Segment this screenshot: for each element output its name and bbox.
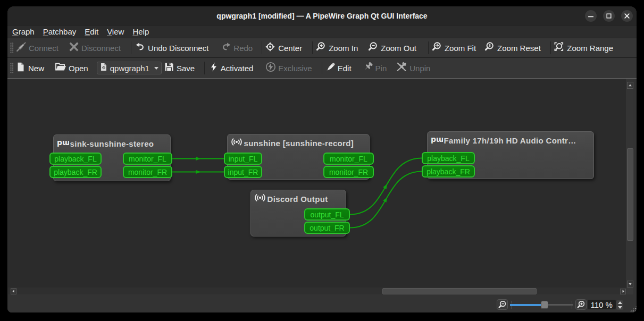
titlebar[interactable]: qpwgraph1 [modified] — A PipeWire Graph … — [7, 6, 637, 26]
graph-canvas[interactable]: pɯsink-sunshine-stereoplayback_FLplaybac… — [8, 79, 626, 288]
patchbay-file-icon — [100, 62, 107, 74]
connection-arrow — [383, 197, 389, 202]
connections-layer — [8, 79, 626, 288]
pin-button[interactable]: Pin — [363, 60, 387, 76]
port-sunshine-input_FL[interactable]: input_FL — [224, 153, 262, 165]
vscroll-down-button[interactable] — [627, 281, 633, 288]
node-title: Discord Output — [267, 195, 328, 204]
port-sunshine-monitor_FR[interactable]: monitor_FR — [323, 166, 374, 178]
save-icon — [164, 62, 174, 74]
close-button[interactable] — [621, 10, 633, 22]
graph-view: pɯsink-sunshine-stereoplayback_FLplaybac… — [7, 79, 637, 301]
save-button[interactable]: Save — [164, 60, 195, 76]
port-discord-output_FL[interactable]: output_FL — [304, 208, 350, 221]
menu-patchbay[interactable]: Patchbay — [39, 26, 81, 38]
toolbar-button-label: Save — [177, 64, 195, 73]
toolbar-button-label: Undo Disconnect — [148, 44, 208, 53]
zoom-slider-fill — [510, 304, 545, 306]
redo-button[interactable]: Redo — [221, 40, 253, 56]
toolbar-drag-handle[interactable] — [10, 43, 14, 53]
port-family-playback_FR[interactable]: playback_FR — [422, 165, 475, 178]
zoom-fit-icon — [431, 41, 442, 55]
zoom-in-icon — [315, 41, 327, 55]
statusbar-zoom-out-button[interactable] — [497, 299, 508, 310]
port-sink-monitor_FL[interactable]: monitor_FL — [123, 153, 172, 165]
node-header: Discord Output — [254, 193, 328, 205]
hscroll-left-button[interactable] — [11, 288, 16, 294]
svg-text:pɯ: pɯ — [57, 138, 69, 147]
port-family-playback_FL[interactable]: playback_FL — [422, 152, 475, 164]
toolbar-button-label: Zoom In — [329, 44, 358, 53]
zoom-range-icon — [553, 41, 565, 55]
port-sink-playback_FR[interactable]: playback_FR — [49, 166, 102, 178]
zoom-reset-button[interactable]: Zoom Reset — [483, 40, 541, 56]
zoom-value: 110 % — [591, 300, 613, 309]
port-sink-monitor_FR[interactable]: monitor_FR — [123, 166, 172, 178]
toolbar-separator — [322, 62, 322, 74]
zoom-range-button[interactable]: Zoom Range — [553, 40, 613, 56]
activated-button[interactable]: Activated — [209, 60, 254, 76]
zoom-slider-handle[interactable] — [541, 301, 548, 309]
undo-icon — [135, 41, 146, 54]
toolbar-drag-handle[interactable] — [10, 63, 14, 73]
disconnect-icon — [69, 41, 79, 54]
hscrollbar-handle[interactable] — [382, 288, 537, 294]
node-header: pɯFamily 17h/19h HD Audio Contr… — [430, 134, 576, 146]
open-button[interactable]: Open — [55, 60, 88, 76]
center-button[interactable]: Center — [264, 40, 302, 56]
zoom-in-button[interactable]: Zoom In — [315, 40, 358, 56]
stream-icon — [230, 137, 243, 149]
pipewire-icon: pɯ — [56, 137, 69, 150]
center-icon — [264, 41, 276, 55]
port-discord-output_FR[interactable]: output_FR — [304, 222, 350, 234]
node-title: Family 17h/19h HD Audio Contr… — [444, 136, 576, 145]
connection-arrow — [383, 183, 389, 189]
redo-icon — [221, 41, 231, 54]
toolbar-separator — [262, 41, 262, 54]
new-button[interactable]: New — [15, 60, 44, 76]
toolbar-separator — [312, 41, 313, 54]
toolbar-button-label: Disconnect — [81, 44, 121, 53]
hscroll-right-button[interactable] — [620, 289, 626, 294]
undo-disconnect-button[interactable]: Undo Disconnect — [135, 40, 208, 56]
toolbar-button-label: Open — [69, 64, 88, 73]
disconnect-button[interactable]: Disconnect — [69, 40, 121, 56]
menu-edit[interactable]: Edit — [80, 26, 103, 38]
exclusive-button[interactable]: Exclusive — [265, 60, 312, 76]
statusbar-zoom-in-button[interactable] — [575, 299, 587, 310]
toolbar-button-label: Center — [278, 44, 302, 53]
patchbay-profile-combobox[interactable]: qpwgraph1 — [97, 62, 162, 74]
maximize-button[interactable] — [603, 10, 615, 22]
vscroll-up-button[interactable] — [627, 82, 633, 89]
port-sink-playback_FL[interactable]: playback_FL — [49, 153, 102, 165]
connect-icon — [16, 41, 27, 54]
menu-view[interactable]: View — [103, 26, 128, 38]
vscrollbar-handle[interactable] — [627, 148, 633, 241]
toolbar-file: New Open qpwgraph1 Save Activated Exclus… — [7, 58, 637, 79]
zoom-fit-button[interactable]: Zoom Fit — [431, 40, 476, 56]
size-grip[interactable] — [630, 306, 637, 311]
window-title: qpwgraph1 [modified] — A PipeWire Graph … — [7, 6, 637, 25]
menu-help[interactable]: Help — [128, 26, 153, 38]
spin-up-icon[interactable] — [618, 301, 622, 304]
spin-down-icon[interactable] — [618, 306, 622, 309]
edit-button[interactable]: Edit — [325, 60, 352, 76]
toolbar-separator — [204, 62, 205, 74]
menubar: GraphPatchbayEditViewHelp — [7, 26, 637, 38]
zoom-spinbox[interactable]: 110 % — [588, 300, 623, 310]
toolbar-separator — [550, 41, 551, 54]
port-sunshine-input_FR[interactable]: input_FR — [224, 166, 262, 178]
zoom-slider[interactable] — [510, 300, 573, 309]
toolbar-button-label: Pin — [375, 64, 387, 73]
port-sunshine-monitor_FL[interactable]: monitor_FL — [323, 153, 374, 165]
unpin-icon — [396, 62, 407, 74]
chevron-down-icon — [154, 67, 158, 70]
toolbar-button-label: Zoom Reset — [497, 44, 541, 53]
menu-graph[interactable]: Graph — [8, 26, 39, 38]
edit-icon — [325, 62, 336, 74]
zoom-out-button[interactable]: Zoom Out — [367, 40, 416, 56]
minimize-button[interactable] — [585, 10, 597, 22]
toolbar-button-label: Redo — [233, 44, 253, 53]
connect-button[interactable]: Connect — [16, 40, 58, 56]
unpin-button[interactable]: Unpin — [396, 60, 430, 76]
